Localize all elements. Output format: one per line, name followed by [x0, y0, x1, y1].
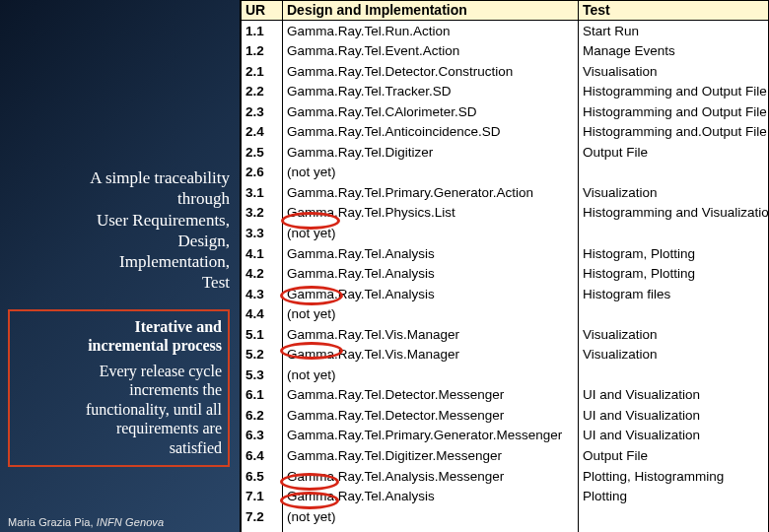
cell-ur: 3.1	[242, 182, 283, 203]
cell-ur: 4.3	[242, 284, 283, 304]
cell-test: UI and Visualization	[579, 405, 769, 426]
box-body-line: functionality, until all	[16, 400, 222, 420]
cell-ur: 7.1	[242, 487, 283, 507]
header-design: Design and Implementation	[283, 1, 579, 21]
traceability-table: UR Design and Implementation Test 1.1Gam…	[241, 0, 769, 532]
cell-design: Gamma.Ray.Tel.Vis.Manager	[283, 324, 579, 345]
cell-test: Histogramming and Output File	[579, 101, 769, 122]
cell-ur: 6.5	[242, 466, 283, 487]
cell-test: Histogramming and Visualization	[579, 203, 769, 224]
cell-ur: 7.3	[242, 527, 283, 532]
cell-test	[579, 163, 769, 183]
table-row: 7.2(not yet)	[242, 506, 769, 527]
cell-test	[579, 506, 769, 527]
cell-design: Gamma.Ray.Tel.Primary.Generator.Action	[283, 182, 579, 203]
table-row: 5.1Gamma.Ray.Tel.Vis.ManagerVisualizatio…	[242, 324, 769, 345]
cell-design: (not yet)	[283, 223, 579, 243]
cell-ur: 2.4	[242, 122, 283, 143]
cell-test: Output File	[579, 142, 769, 163]
cell-test: Visualisation	[579, 61, 769, 82]
cell-test: Visualization	[579, 345, 769, 366]
cell-design: Gamma.Ray.Tel.Digitizer	[283, 142, 579, 163]
cell-ur: 6.1	[242, 385, 283, 406]
cell-ur: 5.1	[242, 324, 283, 345]
cell-ur: 3.3	[242, 223, 283, 243]
cell-test: Visualization	[579, 324, 769, 345]
header-test: Test	[579, 1, 769, 21]
cell-ur: 6.4	[242, 445, 283, 466]
trace-line: Implementation,	[8, 251, 230, 272]
cell-test: Start Run	[579, 21, 769, 41]
cell-test: Histogram, Plotting	[579, 264, 769, 285]
table-row: 7.1Gamma.Ray.Tel.AnalysisPlotting	[242, 487, 769, 507]
cell-design: (not yet)	[283, 304, 579, 325]
table-row: 6.4Gamma.Ray.Tel.Digitizer.MessengerOutp…	[242, 445, 769, 466]
cell-ur: 1.1	[242, 21, 283, 41]
trace-line: A simple traceability	[8, 167, 230, 188]
cell-design: Gamma.Ray.Tel.Vis.Manager	[283, 345, 579, 366]
header-ur: UR	[242, 1, 283, 21]
cell-ur: 4.4	[242, 304, 283, 325]
cell-test: UI and Visualization	[579, 385, 769, 406]
cell-ur: 3.2	[242, 203, 283, 224]
cell-design: Gamma.Ray.Tel.Analysis	[283, 243, 579, 264]
table-row: 6.5Gamma.Ray.Tel.Analysis.MessengerPlott…	[242, 466, 769, 487]
table-row: 6.3Gamma.Ray.Tel.Primary.Generator.Messe…	[242, 426, 769, 446]
box-title-line: Iterative and	[135, 318, 222, 335]
trace-line: Test	[8, 272, 230, 293]
cell-ur: 2.5	[242, 142, 283, 163]
table-row: 4.4(not yet)	[242, 304, 769, 325]
table-header-row: UR Design and Implementation Test	[242, 1, 769, 21]
table-row: 1.2Gamma.Ray.Tel.Event.ActionManage Even…	[242, 41, 769, 62]
cell-ur: 5.2	[242, 345, 283, 366]
cell-test: UI and Visualization	[579, 426, 769, 446]
table-row: 7.3(not yet)	[242, 527, 769, 532]
table-row: 3.1Gamma.Ray.Tel.Primary.Generator.Actio…	[242, 182, 769, 203]
cell-test: Output File	[579, 445, 769, 466]
table-row: 5.2Gamma.Ray.Tel.Vis.ManagerVisualizatio…	[242, 345, 769, 366]
cell-test	[579, 527, 769, 532]
table-row: 6.1Gamma.Ray.Tel.Detector.MessengerUI an…	[242, 385, 769, 406]
cell-test: Histogramming and.Output File	[579, 122, 769, 143]
cell-design: Gamma.Ray.Tel.Detector.Construction	[283, 61, 579, 82]
table-row: 3.2Gamma.Ray.Tel.Physics.ListHistogrammi…	[242, 203, 769, 224]
cell-design: Gamma.Ray.Tel.CAlorimeter.SD	[283, 101, 579, 122]
cell-design: (not yet)	[283, 527, 579, 532]
cell-test: Plotting	[579, 487, 769, 507]
cell-ur: 4.2	[242, 264, 283, 285]
cell-design: (not yet)	[283, 365, 579, 385]
table-row: 5.3(not yet)	[242, 365, 769, 385]
cell-design: Gamma.Ray.Tel.Detector.Messenger	[283, 385, 579, 406]
cell-design: Gamma.Ray.Tel.Digitizer.Messenger	[283, 445, 579, 466]
cell-ur: 1.2	[242, 41, 283, 62]
table-row: 2.1Gamma.Ray.Tel.Detector.ConstructionVi…	[242, 61, 769, 82]
table-row: 4.2Gamma.Ray.Tel.AnalysisHistogram, Plot…	[242, 264, 769, 285]
cell-test	[579, 223, 769, 243]
cell-ur: 5.3	[242, 365, 283, 385]
table-row: 2.4Gamma.Ray.Tel.Anticoincidence.SDHisto…	[242, 122, 769, 143]
footer-author: Maria Grazia Pia,	[8, 516, 97, 528]
cell-test: Manage Events	[579, 41, 769, 62]
cell-design: Gamma.Ray.Tel.Tracker.SD	[283, 82, 579, 102]
table-row: 4.1Gamma.Ray.Tel.AnalysisHistogram, Plot…	[242, 243, 769, 264]
box-body-line: Every release cycle	[16, 362, 222, 381]
cell-ur: 4.1	[242, 243, 283, 264]
box-body-line: satisfied	[16, 438, 222, 458]
cell-design: (not yet)	[283, 163, 579, 183]
table-row: 2.5Gamma.Ray.Tel.DigitizerOutput File	[242, 142, 769, 163]
cell-test	[579, 304, 769, 325]
cell-ur: 6.2	[242, 405, 283, 426]
cell-test	[579, 365, 769, 385]
table-row: 1.1Gamma.Ray.Tel.Run.ActionStart Run	[242, 21, 769, 41]
cell-test: Histogram files	[579, 284, 769, 304]
cell-test: Histogramming and Output File	[579, 82, 769, 102]
box-title: Iterative and incremental process	[16, 317, 222, 356]
cell-design: Gamma.Ray.Tel.Analysis.Messenger	[283, 466, 579, 487]
cell-design: Gamma.Ray.Tel.Analysis	[283, 487, 579, 507]
table-row: 2.3Gamma.Ray.Tel.CAlorimeter.SDHistogram…	[242, 101, 769, 122]
slide-sidebar: A simple traceability through User Requi…	[0, 0, 240, 532]
cell-ur: 2.2	[242, 82, 283, 102]
cell-ur: 6.3	[242, 426, 283, 446]
trace-line: User Requirements,	[8, 210, 230, 231]
traceability-table-area: UR Design and Implementation Test 1.1Gam…	[240, 0, 769, 532]
